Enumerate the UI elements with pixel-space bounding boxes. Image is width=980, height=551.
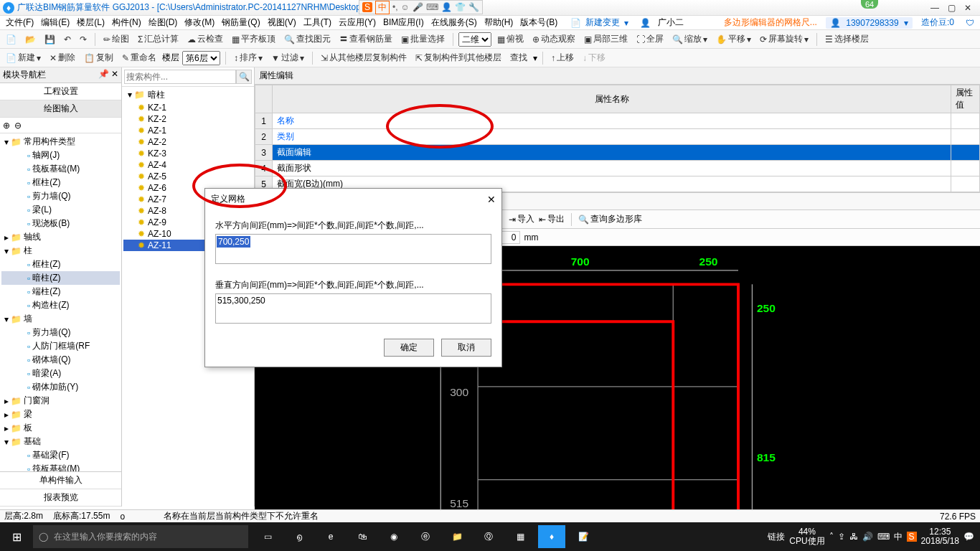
table-row[interactable]: 2类别 — [255, 129, 980, 145]
view-steel-button[interactable]: 〓查看钢筋量 — [336, 32, 395, 47]
table-row[interactable]: 3截面编辑 — [255, 145, 980, 161]
find-elem-button[interactable]: 🔍查找图元 — [281, 32, 334, 47]
dyn-observe-button[interactable]: ⊕动态观察 — [529, 32, 578, 47]
copy-button[interactable]: 📋复制 — [81, 50, 116, 65]
tray-sogou-icon[interactable]: S — [907, 532, 917, 542]
new-button[interactable]: 📄新建 ▾ — [3, 50, 44, 65]
list-item[interactable]: ✹ AZ-2 — [123, 136, 253, 148]
tray-kb-icon[interactable]: ⌨ — [877, 532, 890, 542]
menu-component[interactable]: 构件(N) — [109, 17, 144, 29]
minimize-button[interactable]: — — [930, 3, 939, 13]
notice-text[interactable]: 多边形编辑器的网格尺... — [721, 17, 820, 29]
tree-node[interactable]: ▾ 📁 常用构件类型 — [1, 135, 120, 149]
edge-icon[interactable]: e — [317, 525, 344, 548]
tree-node[interactable]: ▾ 📁 墙 — [1, 312, 120, 326]
spiral-icon[interactable]: ൭ — [286, 525, 313, 548]
menu-bim[interactable]: BIM应用(I) — [380, 17, 427, 29]
list-item[interactable]: ✹ AZ-4 — [123, 159, 253, 171]
export-button[interactable]: ⇤导出 — [539, 213, 565, 225]
tray-up-icon[interactable]: ˄ — [829, 532, 834, 542]
tree-node[interactable]: ▾ 📁 柱 — [1, 244, 120, 258]
flat-button[interactable]: ▦平齐板顶 — [229, 32, 278, 47]
query-polygon-button[interactable]: 🔍查询多边形库 — [578, 213, 642, 225]
list-item[interactable]: ✹ KZ-1 — [123, 102, 253, 113]
task-view-icon[interactable]: ▭ — [254, 525, 281, 548]
q-icon[interactable]: Ⓠ — [475, 525, 502, 548]
property-table[interactable]: 属性名称属性值 1名称2类别3截面编辑4截面形状5截面宽(B边)(mm) — [255, 85, 980, 193]
local3d-button[interactable]: ▣局部三维 — [581, 32, 631, 47]
calc-icon[interactable]: ▦ — [507, 525, 534, 548]
tree-leaf[interactable]: ▫ 暗梁(A) — [1, 367, 120, 380]
dialog-close-button[interactable]: ✕ — [487, 194, 496, 205]
new-file-icon[interactable]: 📄 — [3, 33, 19, 46]
tree-leaf[interactable]: ▫ 框柱(Z) — [1, 258, 120, 271]
expand-icon[interactable]: ⊕ — [3, 121, 10, 131]
cloud-check-button[interactable]: ☁云检查 — [184, 32, 226, 47]
move-up-button[interactable]: ↑上移 — [548, 50, 577, 65]
tree-leaf[interactable]: ▫ 框柱(Z) — [1, 176, 120, 189]
tree-leaf[interactable]: ▫ 剪力墙(Q) — [1, 189, 120, 203]
explorer-icon[interactable]: 📁 — [443, 525, 471, 548]
redo-icon[interactable]: ↷ — [77, 33, 90, 46]
sum-button[interactable]: Σ 汇总计算 — [135, 32, 182, 47]
menu-version[interactable]: 版本号(B) — [517, 17, 560, 29]
move-down-button[interactable]: ↓下移 — [580, 50, 608, 65]
tray-notif-icon[interactable]: 💬 — [963, 532, 974, 542]
tree-node[interactable]: ▾ 📁 基础 — [1, 435, 120, 448]
notes-icon[interactable]: 📝 — [570, 525, 597, 548]
maximize-button[interactable]: ▢ — [948, 3, 956, 13]
tree-leaf[interactable]: ▫ 剪力墙(Q) — [1, 326, 120, 339]
panel-pin-icon[interactable]: 📌 ✕ — [98, 69, 118, 81]
table-row[interactable]: 4截面形状 — [255, 161, 980, 176]
dim-select[interactable]: 二维 — [458, 32, 491, 47]
collapse-icon[interactable]: ⊖ — [14, 121, 22, 131]
tree-leaf[interactable]: ▫ 轴网(J) — [1, 149, 120, 162]
delete-button[interactable]: ✕删除 — [47, 50, 78, 65]
cancel-button[interactable]: 取消 — [441, 339, 491, 357]
tree-leaf[interactable]: ▫ 砌体加筋(Y) — [1, 380, 120, 394]
tree-node[interactable]: ▸ 📁 板 — [1, 421, 120, 435]
app-task-icon[interactable]: ♦ — [538, 525, 565, 548]
filter-button[interactable]: ▼过滤 ▾ — [268, 50, 307, 65]
batch-select-button[interactable]: ▣批量选择 — [398, 32, 448, 47]
v-spacing-input[interactable]: 515,300,250 — [215, 293, 491, 324]
component-tree[interactable]: ▾ 📁 常用构件类型▫ 轴网(J)▫ 筏板基础(M)▫ 框柱(Z)▫ 剪力墙(Q… — [0, 133, 121, 471]
search-button[interactable]: 🔍 — [236, 70, 252, 84]
tree-leaf[interactable]: ▫ 筏板基础(M) — [1, 462, 120, 471]
close-button[interactable]: ✕ — [964, 3, 971, 13]
rotate-button[interactable]: ⟳屏幕旋转 ▾ — [757, 32, 811, 47]
sort-button[interactable]: ↕排序 ▾ — [231, 50, 265, 65]
import-button[interactable]: ⇥导入 — [509, 213, 534, 225]
link-label[interactable]: 链接 — [768, 531, 785, 543]
top-view-button[interactable]: ▦俯视 — [494, 32, 527, 47]
tree-leaf[interactable]: ▫ 基础梁(F) — [1, 448, 120, 462]
store-icon[interactable]: 🛍 — [349, 525, 376, 548]
cpu-meter[interactable]: 44%CPU使用 — [789, 527, 824, 546]
cortana-search[interactable]: ◯ 在这里输入你要搜索的内容 — [33, 525, 248, 548]
menu-draw[interactable]: 绘图(D) — [146, 17, 181, 29]
chrome-icon[interactable]: ◉ — [380, 525, 407, 548]
save-icon[interactable]: 💾 — [42, 33, 58, 46]
tray-usb-icon[interactable]: ⇪ — [838, 532, 845, 542]
open-file-icon[interactable]: 📂 — [22, 33, 39, 46]
menu-floor[interactable]: 楼层(L) — [74, 17, 108, 29]
menu-edit[interactable]: 编辑(E) — [38, 17, 72, 29]
list-item[interactable]: ✹ KZ-2 — [123, 113, 253, 125]
menu-online[interactable]: 在线服务(S) — [428, 17, 480, 29]
list-root[interactable]: ▾ 📁 暗柱 — [123, 88, 253, 102]
menu-tools[interactable]: 工具(T) — [301, 17, 334, 29]
tray-clock[interactable]: 12:352018/5/18 — [921, 527, 959, 546]
tray-ime[interactable]: 中 — [894, 531, 903, 543]
select-floor-button[interactable]: ☰选择楼层 — [822, 32, 872, 47]
menu-rebar[interactable]: 钢筋量(Q) — [219, 17, 263, 29]
menu-view[interactable]: 视图(V) — [265, 17, 299, 29]
copy-from-floor-button[interactable]: ⇲从其他楼层复制构件 — [318, 50, 410, 65]
tray-net-icon[interactable]: 🖧 — [849, 532, 858, 542]
tree-leaf[interactable]: ▫ 暗柱(Z) — [1, 271, 120, 285]
list-item[interactable]: ✹ AZ-1 — [123, 125, 253, 136]
tree-leaf[interactable]: ▫ 筏板基础(M) — [1, 162, 120, 176]
menu-file[interactable]: 文件(F) — [3, 17, 37, 29]
list-item[interactable]: ✹ KZ-3 — [123, 148, 253, 159]
menu-modify[interactable]: 修改(M) — [182, 17, 217, 29]
rename-button[interactable]: ✎重命名 — [119, 50, 159, 65]
